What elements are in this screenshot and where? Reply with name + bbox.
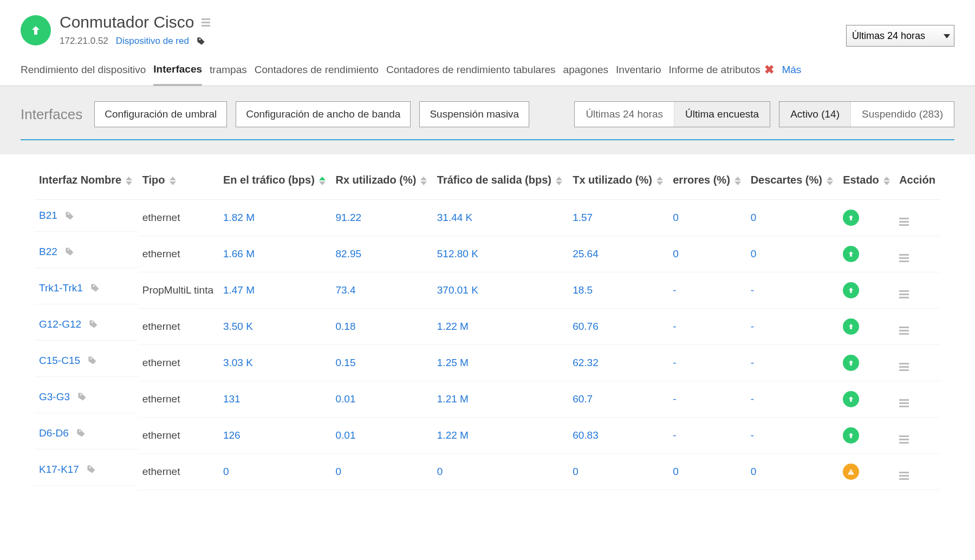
interface-name-link[interactable]: G12-G12 [39,318,81,330]
tag-icon[interactable] [89,320,98,329]
tab-interfaces[interactable]: Interfaces [153,63,202,86]
tab-rendimiento-del-dispositivo[interactable]: Rendimiento del dispositivo [21,64,146,84]
sort-icon[interactable] [126,177,132,185]
value-link[interactable]: - [673,357,676,368]
row-action-menu-icon[interactable] [899,290,909,298]
value-link[interactable]: 0 [751,212,757,223]
value-link[interactable]: 25.64 [573,248,599,259]
col-action[interactable]: Acción [895,168,940,200]
col-interface-name[interactable]: Interfaz Nombre [35,168,138,200]
col-in-traffic[interactable]: En el tráfico (bps) [219,168,332,200]
device-type-link[interactable]: Dispositivo de red [116,36,189,47]
value-link[interactable]: 126 [223,429,240,441]
row-action-menu-icon[interactable] [899,327,909,335]
interface-name-link[interactable]: K17-K17 [39,464,79,476]
tag-icon[interactable] [87,465,96,474]
value-link[interactable]: - [751,284,754,296]
tag-icon[interactable] [77,392,87,401]
sort-icon[interactable] [656,177,663,185]
tab-informe-de-atributos[interactable]: Informe de atributos [668,64,760,84]
col-discards[interactable]: Descartes (%) [746,168,838,200]
row-action-menu-icon[interactable] [899,254,909,262]
mass-suspend-button[interactable]: Suspensión masiva [419,101,529,127]
value-link[interactable]: 18.5 [573,284,593,296]
value-link[interactable]: 1.21 M [437,393,469,405]
value-link[interactable]: 0 [673,466,679,477]
sort-icon[interactable] [170,177,176,185]
value-link[interactable]: - [751,321,754,332]
col-out-traffic[interactable]: Tráfico de salida (bps) [433,168,568,200]
col-type[interactable]: Tipo [138,168,219,200]
tab-contadores-de-rendimiento[interactable]: Contadores de rendimiento [255,64,379,84]
tab-apagones[interactable]: apagones [563,64,608,84]
value-link[interactable]: 0 [673,212,679,223]
value-link[interactable]: 0 [751,466,757,477]
tab-contadores-de-rendimiento-tabulares[interactable]: Contadores de rendimiento tabulares [386,64,556,84]
value-link[interactable]: 131 [223,393,240,405]
value-link[interactable]: 3.50 K [223,321,253,332]
tab-trampas[interactable]: trampas [210,64,247,84]
seg-suspended[interactable]: Suspendido (283) [850,102,954,127]
sort-icon[interactable] [827,177,833,185]
seg-last-poll[interactable]: Última encuesta [674,102,770,127]
interface-name-link[interactable]: Trk1-Trk1 [39,282,83,294]
bandwidth-config-button[interactable]: Configuración de ancho de banda [236,101,411,127]
tag-icon[interactable] [65,247,74,256]
row-action-menu-icon[interactable] [899,435,909,444]
value-link[interactable]: 1.47 M [223,284,255,296]
value-link[interactable]: 0.01 [335,393,355,405]
value-link[interactable]: 0 [335,466,341,477]
value-link[interactable]: - [673,429,676,441]
interface-name-link[interactable]: B22 [39,246,57,258]
value-link[interactable]: 0 [751,248,757,259]
time-range-select[interactable]: Últimas 24 horas [846,25,954,47]
sort-icon[interactable] [556,177,562,185]
value-link[interactable]: - [673,393,676,405]
value-link[interactable]: 31.44 K [437,212,473,223]
col-errors[interactable]: errores (%) [668,168,746,200]
value-link[interactable]: 62.32 [573,357,599,368]
close-tab-icon[interactable]: ✖ [764,63,774,77]
title-menu-icon[interactable] [202,18,210,27]
value-link[interactable]: 0.15 [335,357,355,368]
value-link[interactable]: 0 [673,248,679,259]
value-link[interactable]: - [751,429,754,441]
seg-24h[interactable]: Últimas 24 horas [575,102,674,127]
value-link[interactable]: 60.83 [573,429,599,441]
value-link[interactable]: 1.25 M [437,357,469,368]
value-link[interactable]: 1.57 [573,212,593,223]
value-link[interactable]: 82.95 [335,248,361,259]
sort-icon[interactable] [420,177,427,185]
interface-name-link[interactable]: D6-D6 [39,427,69,439]
sort-icon[interactable] [319,177,326,185]
value-link[interactable]: 512.80 K [437,248,478,259]
value-link[interactable]: 1.22 M [437,429,469,441]
tag-icon[interactable] [88,356,97,365]
interface-name-link[interactable]: B21 [39,210,57,222]
interface-name-link[interactable]: G3-G3 [39,391,70,403]
tag-icon[interactable] [65,211,74,220]
value-link[interactable]: 60.76 [573,321,599,332]
tag-icon[interactable] [90,283,100,292]
sort-icon[interactable] [734,177,741,185]
sort-icon[interactable] [883,177,890,185]
tag-icon[interactable] [197,37,205,45]
value-link[interactable]: 0 [223,466,229,477]
value-link[interactable]: 0.01 [335,429,355,441]
row-action-menu-icon[interactable] [899,363,909,371]
value-link[interactable]: - [751,393,754,405]
value-link[interactable]: 0 [437,466,443,477]
seg-active[interactable]: Activo (14) [779,102,850,127]
value-link[interactable]: 91.22 [335,212,361,223]
value-link[interactable]: 1.22 M [437,321,469,332]
value-link[interactable]: - [673,284,676,296]
value-link[interactable]: 1.82 M [223,212,255,223]
row-action-menu-icon[interactable] [899,218,909,226]
row-action-menu-icon[interactable] [899,399,909,407]
value-link[interactable]: 3.03 K [223,357,253,368]
value-link[interactable]: - [751,357,754,368]
col-tx-util[interactable]: Tx utilizado (%) [568,168,668,200]
value-link[interactable]: 73.4 [335,284,355,296]
value-link[interactable]: 1.66 M [223,248,255,259]
row-action-menu-icon[interactable] [899,472,909,480]
